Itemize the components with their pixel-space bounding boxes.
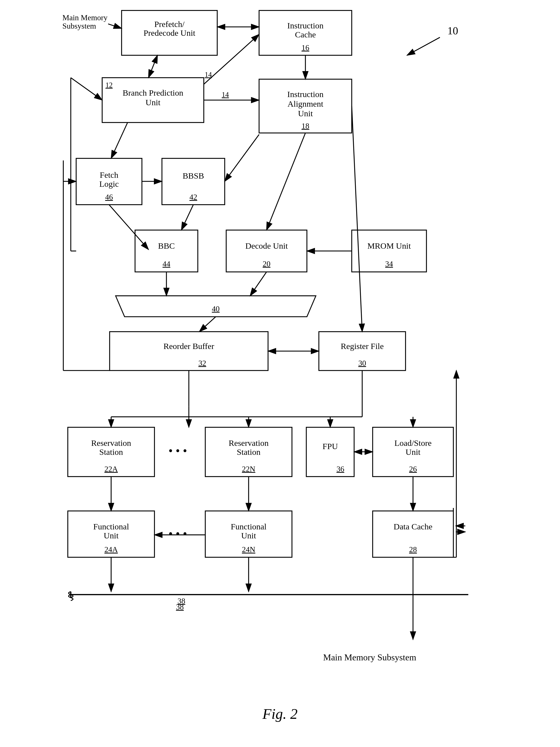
svg-text:• • •: • • •	[169, 527, 187, 540]
svg-text:30: 30	[358, 359, 366, 367]
svg-text:Cache: Cache	[295, 30, 316, 39]
svg-text:Station: Station	[237, 447, 260, 457]
svg-text:20: 20	[263, 259, 271, 268]
svg-line-126	[71, 78, 102, 100]
svg-text:Instruction: Instruction	[287, 90, 324, 99]
svg-line-89	[352, 106, 362, 332]
svg-text:BBSB: BBSB	[183, 172, 204, 181]
svg-text:Reorder Buffer: Reorder Buffer	[163, 342, 214, 351]
svg-rect-39	[109, 332, 268, 370]
svg-text:12: 12	[105, 81, 112, 89]
svg-text:36: 36	[336, 465, 344, 473]
svg-text:24A: 24A	[104, 545, 118, 554]
svg-text:32: 32	[199, 359, 206, 367]
svg-text:MROM Unit: MROM Unit	[367, 241, 411, 251]
svg-line-80	[108, 24, 122, 28]
svg-text:Register File: Register File	[341, 342, 384, 351]
svg-text:Main Memory Subsystem: Main Memory Subsystem	[323, 652, 416, 662]
svg-text:FPU: FPU	[323, 442, 338, 451]
svg-rect-53	[306, 427, 354, 476]
svg-line-88	[266, 133, 305, 230]
svg-text:24N: 24N	[242, 545, 255, 554]
svg-line-95	[250, 272, 266, 296]
svg-text:10: 10	[448, 25, 458, 36]
svg-text:16: 16	[302, 43, 309, 52]
svg-text:18: 18	[302, 122, 309, 130]
svg-text:28: 28	[409, 545, 417, 554]
svg-text:Reservation: Reservation	[91, 438, 131, 448]
svg-text:• • •: • • •	[169, 444, 187, 458]
svg-text:Predecode Unit: Predecode Unit	[144, 28, 195, 37]
svg-text:Data Cache: Data Cache	[393, 522, 432, 531]
svg-text:Fetch: Fetch	[100, 171, 118, 180]
svg-text:Functional: Functional	[231, 522, 266, 531]
svg-text:46: 46	[105, 193, 113, 201]
svg-text:BBC: BBC	[158, 241, 175, 251]
svg-text:Logic: Logic	[99, 179, 119, 188]
svg-text:Instruction: Instruction	[287, 21, 324, 30]
svg-text:Unit: Unit	[406, 447, 421, 457]
svg-line-93	[109, 205, 149, 250]
svg-text:Branch Prediction: Branch Prediction	[123, 88, 183, 98]
svg-text:Prefetch/: Prefetch/	[154, 20, 184, 29]
svg-text:40: 40	[212, 304, 220, 313]
svg-line-91	[181, 205, 193, 230]
svg-line-97	[199, 317, 215, 332]
figure-label: Fig. 2	[262, 705, 298, 722]
diagram-container: Prefetch/ Predecode Unit Instruction Cac…	[0, 0, 560, 747]
svg-text:22N: 22N	[242, 465, 255, 473]
svg-text:Unit: Unit	[104, 531, 119, 540]
svg-text:44: 44	[162, 259, 170, 268]
svg-text:14: 14	[222, 91, 229, 99]
svg-text:Main Memory: Main Memory	[62, 13, 107, 22]
svg-text:Functional: Functional	[93, 522, 129, 531]
svg-text:Subsystem: Subsystem	[62, 22, 96, 30]
svg-text:42: 42	[189, 193, 197, 201]
svg-text:Alignment: Alignment	[287, 99, 324, 108]
svg-text:Unit: Unit	[298, 109, 313, 118]
svg-text:Reservation: Reservation	[229, 438, 269, 448]
svg-text:Load/Store: Load/Store	[394, 438, 432, 448]
svg-text:Station: Station	[99, 447, 123, 457]
svg-line-92	[225, 134, 259, 181]
svg-text:26: 26	[409, 465, 417, 473]
svg-text:Unit: Unit	[146, 98, 160, 107]
svg-text:22A: 22A	[104, 465, 118, 473]
svg-line-85	[111, 123, 128, 158]
svg-text:Unit: Unit	[241, 531, 256, 540]
svg-line-79	[407, 37, 440, 55]
svg-text:38: 38	[177, 597, 185, 605]
svg-line-83	[149, 55, 158, 78]
svg-text:34: 34	[385, 259, 393, 268]
svg-text:Decode Unit: Decode Unit	[245, 241, 288, 251]
